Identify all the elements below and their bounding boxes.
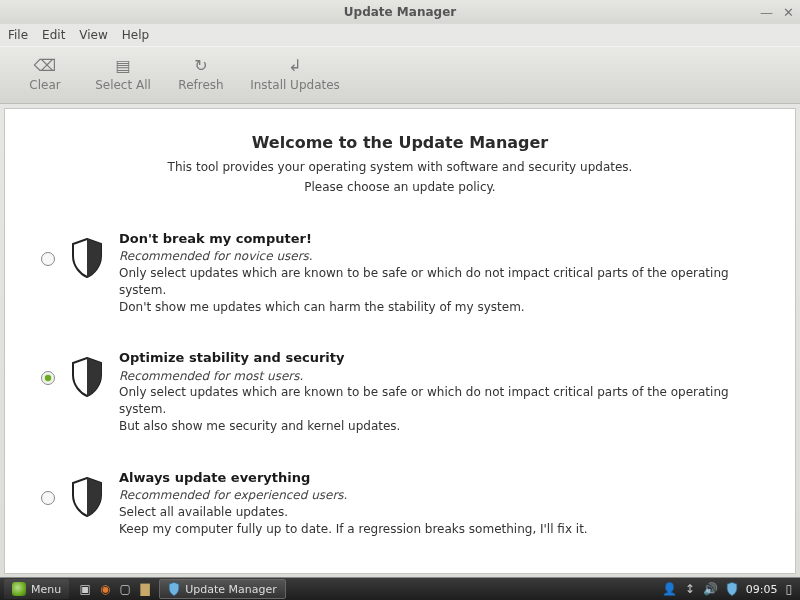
menu-edit[interactable]: Edit (42, 28, 65, 42)
window-controls: — ✕ (760, 0, 794, 24)
close-button[interactable]: ✕ (783, 5, 794, 20)
shield-icon (71, 357, 103, 397)
policy-option-everything[interactable]: Always update everything Recommended for… (27, 459, 773, 548)
policy-title: Always update everything (119, 469, 759, 487)
firefox-launcher-icon[interactable]: ◉ (96, 580, 114, 598)
policy-recommendation: Recommended for novice users. (119, 248, 759, 265)
policy-list: Don't break my computer! Recommended for… (27, 220, 773, 547)
system-tray: 👤 ↕ 🔊 09:05 ▯ (662, 582, 796, 596)
toolbar: ⌫ Clear ▤ Select All ↻ Refresh ↲ Install… (0, 46, 800, 104)
policy-title: Optimize stability and security (119, 349, 759, 367)
policy-text: Optimize stability and security Recommen… (119, 349, 759, 434)
radio-button[interactable] (41, 371, 55, 385)
policy-title: Don't break my computer! (119, 230, 759, 248)
taskbar-app-update-manager[interactable]: Update Manager (159, 579, 286, 599)
welcome-sub1: This tool provides your operating system… (27, 160, 773, 174)
policy-text: Don't break my computer! Recommended for… (119, 230, 759, 315)
backspace-icon: ⌫ (34, 58, 57, 74)
content-pane: Welcome to the Update Manager This tool … (4, 108, 796, 574)
policy-desc-line: But also show me security and kernel upd… (119, 418, 759, 435)
radio-button[interactable] (41, 252, 55, 266)
update-shield-icon[interactable] (726, 582, 738, 596)
policy-option-novice[interactable]: Don't break my computer! Recommended for… (27, 220, 773, 325)
policy-desc-line: Select all available updates. (119, 504, 759, 521)
refresh-button[interactable]: ↻ Refresh (162, 49, 240, 101)
refresh-icon: ↻ (194, 58, 207, 74)
menubar: File Edit View Help (0, 24, 800, 46)
policy-recommendation: Recommended for experienced users. (119, 487, 759, 504)
terminal-launcher-icon[interactable]: ▢ (116, 580, 134, 598)
welcome-sub2: Please choose an update policy. (27, 180, 773, 194)
menu-view[interactable]: View (79, 28, 107, 42)
menu-file[interactable]: File (8, 28, 28, 42)
window-title: Update Manager (344, 5, 456, 19)
taskbar: Menu ▣ ◉ ▢ ▇ Update Manager 👤 ↕ 🔊 09:05 … (0, 578, 800, 600)
user-icon[interactable]: 👤 (662, 582, 677, 596)
start-menu-button[interactable]: Menu (4, 579, 69, 599)
shield-icon (71, 238, 103, 278)
select-all-button[interactable]: ▤ Select All (84, 49, 162, 101)
policy-desc-line: Keep my computer fully up to date. If a … (119, 521, 759, 538)
app-window: Update Manager — ✕ File Edit View Help ⌫… (0, 0, 800, 578)
shield-icon (168, 582, 180, 596)
policy-desc-line: Only select updates which are known to b… (119, 265, 759, 299)
policy-desc-line: Only select updates which are known to b… (119, 384, 759, 418)
install-updates-button[interactable]: ↲ Install Updates (240, 49, 350, 101)
network-icon[interactable]: ↕ (685, 582, 695, 596)
titlebar: Update Manager — ✕ (0, 0, 800, 24)
welcome-heading: Welcome to the Update Manager (27, 133, 773, 152)
volume-icon[interactable]: 🔊 (703, 582, 718, 596)
policy-recommendation: Recommended for most users. (119, 368, 759, 385)
select-all-icon: ▤ (115, 58, 130, 74)
clock[interactable]: 09:05 (746, 583, 778, 596)
files-launcher-icon[interactable]: ▇ (136, 580, 154, 598)
tray-menu-icon[interactable]: ▯ (785, 582, 792, 596)
policy-desc-line: Don't show me updates which can harm the… (119, 299, 759, 316)
minimize-button[interactable]: — (760, 5, 773, 20)
policy-option-optimize[interactable]: Optimize stability and security Recommen… (27, 339, 773, 444)
policy-text: Always update everything Recommended for… (119, 469, 759, 538)
mint-logo-icon (12, 582, 26, 596)
show-desktop-icon[interactable]: ▣ (76, 580, 94, 598)
clear-button[interactable]: ⌫ Clear (6, 49, 84, 101)
radio-button[interactable] (41, 491, 55, 505)
install-icon: ↲ (288, 58, 301, 74)
shield-icon (71, 477, 103, 517)
menu-help[interactable]: Help (122, 28, 149, 42)
